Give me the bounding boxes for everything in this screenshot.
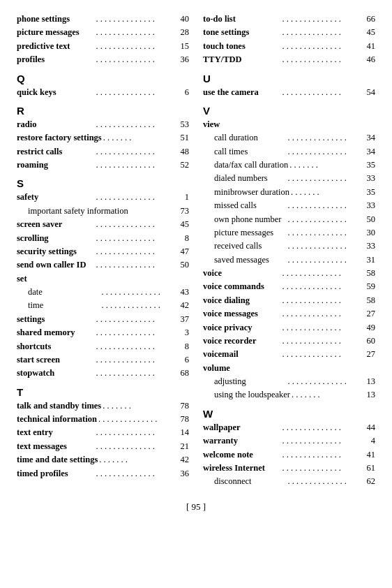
entry-dots: . . . . . . . . . . . . . .: [281, 280, 362, 293]
entry-dots: . . . . . . . . . . . . . .: [95, 232, 176, 245]
entry-page: 47: [175, 245, 189, 258]
entry-label: safety: [17, 191, 95, 204]
entry-dots: . . . . . . . . . . . . . .: [95, 426, 176, 439]
entry-label: start screen: [17, 353, 95, 367]
entry-dots: . . . . . . . . . . . . . .: [95, 258, 176, 272]
index-entry: phone settings . . . . . . . . . . . . .…: [17, 13, 189, 26]
entry-label: tone settings: [203, 26, 281, 39]
index-entry: time and date settings . . . . . . .42: [17, 453, 189, 466]
entry-dots: . . . . . . . . . . . . . .: [95, 353, 176, 367]
entry-page: 30: [361, 226, 375, 240]
index-page: phone settings . . . . . . . . . . . . .…: [17, 13, 375, 489]
entry-dots: . . . . . . . . . . . . . .: [95, 218, 176, 231]
entry-label: time and date settings: [17, 453, 98, 466]
entry-label: to-do list: [203, 13, 281, 26]
entry-dots: . . . . . . . . . . . . . .: [281, 307, 362, 321]
entry-dots: . . . . . . . . . . . . . .: [95, 326, 176, 339]
entry-page: 73: [175, 205, 189, 218]
entry-label: welcome note: [203, 448, 281, 462]
entry-page: 34: [361, 131, 375, 145]
entry-label: touch tones: [203, 40, 281, 53]
entry-page: 41: [361, 40, 375, 53]
index-entry: talk and standby times . . . . . . .78: [17, 399, 189, 413]
entry-label: use the camera: [203, 86, 281, 99]
index-entry: safety . . . . . . . . . . . . . .1: [17, 191, 189, 204]
entry-page: 49: [361, 321, 375, 335]
index-entry: predictive text . . . . . . . . . . . . …: [17, 40, 189, 53]
entry-page: 35: [361, 159, 375, 172]
entry-label: text entry: [17, 426, 95, 439]
entry-label: voice commands: [203, 280, 281, 293]
entry-page: 6: [175, 86, 189, 99]
index-entry: restrict calls . . . . . . . . . . . . .…: [17, 145, 189, 159]
entry-dots: . . . . . . . . . . . . . .: [281, 321, 362, 335]
entry-dots: . . . . . . . . . . . . . .: [287, 253, 362, 267]
index-entry: use the camera . . . . . . . . . . . . .…: [203, 86, 375, 99]
entry-dots: . . . . . . . . . . . . . .: [95, 159, 176, 172]
entry-page: 78: [175, 413, 189, 426]
index-entry: text entry . . . . . . . . . . . . . .14: [17, 426, 189, 439]
index-entry: scrolling . . . . . . . . . . . . . .8: [17, 232, 189, 245]
entry-dots: . . . . . . . . . . . . . .: [281, 294, 362, 307]
entry-page: 44: [361, 421, 375, 434]
entry-dots: . . . . . . . . . . . . . .: [281, 335, 362, 348]
entry-label: settings: [17, 313, 95, 326]
entry-dots: . . . . . . . . . . . . . .: [97, 413, 175, 426]
index-entry: text messages . . . . . . . . . . . . . …: [17, 440, 189, 453]
index-entry: voice recorder . . . . . . . . . . . . .…: [203, 335, 375, 348]
entry-page: 1: [175, 191, 189, 204]
entry-dots: . . . . . . . . . . . . . .: [95, 367, 176, 380]
entry-label: voicemail: [203, 348, 281, 361]
entry-page: 40: [175, 13, 189, 26]
index-entry: welcome note . . . . . . . . . . . . . .…: [203, 448, 375, 462]
section-letter-r: R: [17, 105, 189, 117]
index-entry: disconnect . . . . . . . . . . . . . .62: [203, 475, 375, 488]
entry-dots: . . . . . . . . . . . . . .: [287, 375, 362, 388]
entry-page: 6: [175, 353, 189, 367]
entry-dots: . . . . . . .: [290, 388, 361, 402]
index-entry: set: [17, 272, 189, 286]
entry-page: 50: [361, 213, 375, 226]
entry-dots: . . . . . . . . . . . . . .: [287, 240, 362, 253]
index-entry: received calls . . . . . . . . . . . . .…: [203, 240, 375, 253]
entry-page: 14: [175, 426, 189, 439]
entry-label: profiles: [17, 53, 95, 66]
entry-label: disconnect: [214, 475, 287, 488]
index-entry: volume: [203, 362, 375, 375]
entry-page: 66: [361, 13, 375, 26]
entry-dots: . . . . . . . . . . . . . .: [95, 53, 176, 66]
entry-page: 36: [175, 467, 189, 480]
entry-dots: . . . . . . . . . . . . . .: [287, 475, 362, 488]
entry-dots: . . . . . . . . . . . . . .: [281, 26, 362, 39]
entry-label: restore factory settings: [17, 131, 102, 145]
index-entry: voice . . . . . . . . . . . . . .58: [203, 267, 375, 280]
index-entry: voice privacy . . . . . . . . . . . . . …: [203, 321, 375, 335]
entry-dots: . . . . . . . . . . . . . .: [95, 13, 176, 26]
entry-dots: . . . . . . . . . . . . . .: [95, 245, 176, 258]
entry-dots: . . . . . . . . . . . . . .: [95, 26, 176, 39]
entry-page: 48: [175, 145, 189, 159]
entry-page: 36: [175, 53, 189, 66]
index-entry: voice commands . . . . . . . . . . . . .…: [203, 280, 375, 293]
entry-dots: . . . . . . . . . . . . . .: [281, 462, 362, 475]
index-entry: screen saver . . . . . . . . . . . . . .…: [17, 218, 189, 231]
entry-dots: . . . . . . . . . . . . . .: [95, 86, 176, 99]
index-entry: time . . . . . . . . . . . . . .42: [17, 299, 189, 312]
index-entry: tone settings . . . . . . . . . . . . . …: [203, 26, 375, 39]
entry-dots: . . . . . . . . . . . . . .: [100, 299, 176, 312]
index-entry: profiles . . . . . . . . . . . . . .36: [17, 53, 189, 66]
entry-dots: . . . . . . . . . . . . . .: [287, 131, 362, 145]
index-entry: technical information . . . . . . . . . …: [17, 413, 189, 426]
entry-dots: . . . . . . . . . . . . . .: [287, 145, 362, 159]
index-entry: picture messages . . . . . . . . . . . .…: [203, 226, 375, 240]
entry-page: 35: [361, 186, 375, 199]
entry-label: restrict calls: [17, 145, 95, 159]
index-entry: voicemail . . . . . . . . . . . . . .27: [203, 348, 375, 361]
entry-page: 13: [361, 388, 375, 402]
index-entry: roaming . . . . . . . . . . . . . .52: [17, 159, 189, 172]
entry-dots: . . . . . . . . . . . . . .: [95, 145, 176, 159]
index-entry: saved messages . . . . . . . . . . . . .…: [203, 253, 375, 267]
index-entry: settings . . . . . . . . . . . . . .37: [17, 313, 189, 326]
entry-page: 37: [175, 313, 189, 326]
entry-label: security settings: [17, 245, 95, 258]
